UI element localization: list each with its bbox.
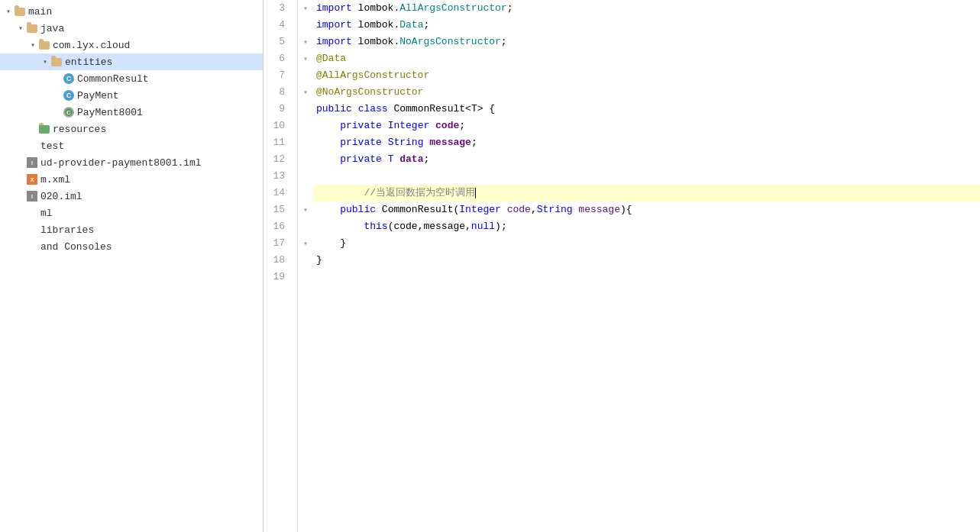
sidebar-item-label: PayMent	[77, 90, 119, 102]
fold-marker[interactable]: ▾	[298, 34, 313, 50]
token: message	[578, 202, 620, 218]
line-number: 7	[264, 67, 291, 84]
sidebar-item-ml[interactable]: ml	[0, 205, 263, 221]
line-number: 6	[264, 50, 291, 67]
sidebar-item-libraries[interactable]: libraries	[0, 221, 263, 238]
fold-marker	[298, 218, 313, 235]
fold-marker[interactable]: ▾	[298, 84, 313, 101]
sidebar-item-label: libraries	[40, 224, 94, 236]
code-line: import lombok.AllArgsConstructor;	[313, 0, 980, 17]
sidebar-item-CommonResult[interactable]: CCommonResult	[0, 70, 263, 87]
sidebar-item-PayMent8001[interactable]: CPayMent8001	[0, 104, 263, 121]
code-line: }	[313, 252, 980, 269]
token: Integer	[388, 118, 430, 134]
code-line: public CommonResult(Integer code,String …	[313, 202, 980, 218]
arrow-icon: ▾	[3, 6, 14, 17]
folder-icon	[50, 56, 63, 68]
line-number: 10	[264, 118, 291, 134]
iml-icon: I	[26, 190, 38, 202]
fold-marker[interactable]: ▾	[298, 202, 313, 218]
sidebar-item-java[interactable]: ▾java	[0, 20, 263, 37]
token: String	[388, 134, 424, 151]
token: ;	[501, 34, 507, 50]
folder-icon	[38, 123, 50, 135]
line-number: 16	[264, 218, 291, 235]
sidebar-item-test[interactable]: test	[0, 137, 263, 154]
token: public	[340, 202, 376, 218]
text-icon	[26, 240, 38, 253]
line-number: 19	[264, 269, 291, 285]
token: T	[388, 151, 394, 168]
line-number: 5	[264, 34, 291, 50]
token: CommonResult	[382, 202, 454, 218]
fold-marker	[298, 168, 313, 185]
arrow-icon: ▾	[27, 40, 38, 50]
token: @AllArgsConstructor	[316, 67, 429, 84]
fold-marker[interactable]: ▾	[298, 235, 313, 252]
sidebar-item-com.lyx.cloud[interactable]: ▾com.lyx.cloud	[0, 37, 263, 53]
code-line: this(code,message,null);	[313, 218, 980, 235]
token: );	[495, 218, 507, 235]
fold-marker	[298, 252, 313, 269]
fold-marker	[298, 101, 313, 118]
token: message	[429, 134, 471, 151]
fold-marker[interactable]: ▾	[298, 50, 313, 67]
line-number: 13	[264, 168, 291, 185]
code-line: @Data	[313, 50, 980, 67]
sidebar-item-entities[interactable]: ▾entities	[0, 53, 263, 70]
fold-marker	[298, 67, 313, 84]
token: private	[340, 134, 382, 151]
code-line: private String message;	[313, 134, 980, 151]
fold-marker	[298, 17, 313, 34]
token: ;	[507, 0, 513, 17]
token: NoArgsConstructor	[399, 34, 501, 50]
sidebar-item-label: main	[28, 6, 52, 18]
arrow-icon	[15, 191, 26, 202]
folder-icon	[26, 22, 38, 34]
token: ;	[423, 17, 429, 34]
token	[573, 202, 579, 218]
line-number: 15	[264, 202, 291, 218]
editor: 345678910111213141516171819 ▾▾▾▾▾▾ impor…	[264, 0, 980, 532]
sidebar: ▾main▾java▾com.lyx.cloud▾entitiesCCommon…	[0, 0, 264, 532]
fold-marker[interactable]: ▾	[298, 0, 313, 17]
token: @NoArgsConstructor	[316, 84, 423, 101]
sidebar-item-iml2[interactable]: I020.iml	[0, 188, 263, 205]
line-number: 12	[264, 151, 291, 168]
sidebar-item-label: test	[40, 140, 64, 152]
code-line: import lombok.Data;	[313, 17, 980, 34]
sidebar-item-main[interactable]: ▾main	[0, 3, 263, 20]
sidebar-item-label: com.lyx.cloud	[53, 40, 130, 51]
token: class	[358, 101, 388, 118]
folder-icon	[38, 39, 50, 51]
token: code	[507, 202, 531, 218]
sidebar-item-resources[interactable]: resources	[0, 121, 263, 137]
token	[316, 218, 364, 235]
token	[316, 151, 340, 168]
token: ;	[423, 151, 429, 168]
sidebar-item-label: java	[40, 23, 64, 34]
arrow-icon: ▾	[40, 56, 50, 67]
sidebar-item-PayMent[interactable]: CPayMent	[0, 87, 263, 104]
line-numbers: 345678910111213141516171819	[264, 0, 298, 532]
token	[501, 202, 507, 218]
sidebar-item-xml-file[interactable]: Xm.xml	[0, 171, 263, 188]
token: (	[453, 202, 459, 218]
class-icon: C	[63, 73, 75, 85]
code-line	[313, 168, 980, 185]
arrow-icon	[52, 90, 63, 101]
sidebar-item-and-consoles[interactable]: and Consoles	[0, 238, 263, 255]
token	[352, 101, 358, 118]
sidebar-item-iml-file[interactable]: Iud-provider-payment8001.iml	[0, 154, 263, 171]
token: private	[340, 151, 382, 168]
text-icon	[26, 207, 38, 219]
line-number: 8	[264, 84, 291, 101]
token: }	[316, 235, 346, 252]
fold-marker	[298, 185, 313, 202]
folder-icon	[14, 5, 26, 18]
fold-marker	[298, 151, 313, 168]
arrow-icon	[15, 208, 26, 218]
code-area: 345678910111213141516171819 ▾▾▾▾▾▾ impor…	[264, 0, 980, 532]
code-line: private T data;	[313, 151, 980, 168]
token: import	[316, 0, 352, 17]
